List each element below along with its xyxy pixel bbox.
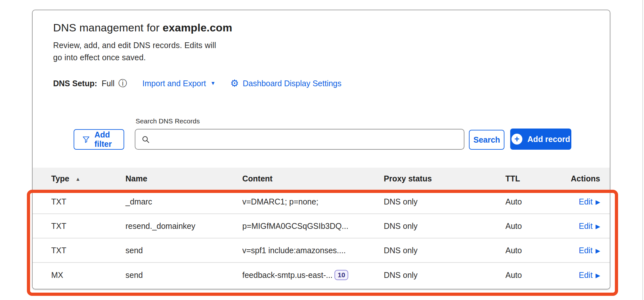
add-record-button[interactable]: + Add record	[510, 129, 571, 150]
cell-actions: Edit ▶	[566, 271, 600, 280]
cell-proxy-status: DNS only	[384, 221, 505, 231]
edit-link-label: Edit	[579, 246, 592, 255]
column-header-name: Name	[125, 174, 242, 183]
cell-content: v=spf1 include:amazonses....	[242, 246, 384, 255]
column-header-type[interactable]: Type ▲	[51, 174, 125, 183]
search-box[interactable]	[135, 129, 464, 150]
cell-actions: Edit ▶	[566, 221, 600, 231]
dns-setup-label: DNS Setup:	[53, 79, 97, 88]
cell-name: send	[125, 271, 242, 280]
filter-funnel-icon	[82, 135, 90, 144]
table-row: MX send feedback-smtp.us-east-... 10 DNS…	[33, 263, 610, 287]
table-row: TXT _dmarc v=DMARC1; p=none; DNS only Au…	[33, 190, 610, 214]
page-title-domain: example.com	[163, 21, 232, 34]
cell-content: v=DMARC1; p=none;	[242, 197, 384, 206]
edit-link[interactable]: Edit ▶	[579, 271, 600, 280]
add-filter-button[interactable]: Add filter	[74, 129, 124, 150]
search-button[interactable]: Search	[469, 130, 504, 150]
cell-name: _dmarc	[125, 197, 242, 206]
cell-content-text: v=spf1 include:amazonses....	[242, 246, 346, 255]
search-button-label: Search	[473, 135, 500, 145]
edit-link[interactable]: Edit ▶	[579, 246, 600, 255]
cell-content: feedback-smtp.us-east-... 10	[242, 270, 384, 280]
cell-ttl: Auto	[505, 246, 566, 255]
cell-actions: Edit ▶	[566, 197, 600, 206]
dns-management-card: DNS management for example.com Review, a…	[32, 10, 610, 289]
page-title: DNS management for example.com	[53, 21, 591, 34]
cell-name: resend._domainkey	[125, 221, 242, 231]
page-title-prefix: DNS management for	[53, 21, 163, 34]
subtitle-line-1: Review, add, and edit DNS records. Edits…	[53, 39, 591, 51]
cell-type: TXT	[51, 246, 125, 255]
add-filter-label: Add filter	[94, 130, 116, 149]
column-header-ttl: TTL	[505, 174, 566, 183]
edit-link-label: Edit	[579, 221, 592, 231]
cell-type: MX	[51, 271, 125, 280]
cell-content-text: v=DMARC1; p=none;	[242, 197, 318, 206]
cell-proxy-status: DNS only	[384, 246, 505, 255]
cell-type: TXT	[51, 221, 125, 231]
priority-badge: 10	[334, 270, 348, 280]
search-icon	[141, 135, 150, 144]
cell-content-text: p=MIGfMA0GCSqGSIb3DQ...	[242, 221, 348, 231]
cell-content: p=MIGfMA0GCSqGSIb3DQ...	[242, 221, 384, 231]
dns-toolbar: Add filter Search DNS Records Search + A…	[53, 117, 591, 150]
sort-ascending-icon: ▲	[75, 176, 80, 182]
cell-actions: Edit ▶	[566, 246, 600, 255]
cell-ttl: Auto	[505, 221, 566, 231]
table-row: TXT resend._domainkey p=MIGfMA0GCSqGSIb3…	[33, 214, 610, 238]
add-record-label: Add record	[527, 135, 570, 144]
chevron-down-icon: ▼	[211, 80, 216, 86]
edit-link-label: Edit	[579, 197, 592, 206]
cell-type: TXT	[51, 197, 125, 206]
table-body: TXT _dmarc v=DMARC1; p=none; DNS only Au…	[33, 190, 610, 287]
table-header: Type ▲ Name Content Proxy status TTL Act…	[33, 168, 610, 190]
table-row: TXT send v=spf1 include:amazonses.... DN…	[33, 238, 610, 263]
edit-arrow-icon: ▶	[595, 198, 600, 206]
cell-ttl: Auto	[505, 197, 566, 206]
import-export-label: Import and Export	[142, 79, 206, 88]
gear-icon[interactable]: ⚙	[230, 79, 239, 88]
plus-icon: +	[511, 134, 522, 145]
dashboard-display-settings-label: Dashboard Display Settings	[243, 79, 342, 88]
dns-setup-row: DNS Setup: Full ⓘ Import and Export ▼ ⚙ …	[53, 78, 591, 88]
column-header-content: Content	[242, 174, 384, 183]
page-edge-divider	[642, 0, 643, 300]
column-header-type-label: Type	[51, 174, 69, 183]
column-header-proxy-status: Proxy status	[384, 174, 505, 183]
info-icon[interactable]: ⓘ	[118, 79, 127, 88]
cell-name: send	[125, 246, 242, 255]
page-subtitle: Review, add, and edit DNS records. Edits…	[53, 39, 591, 63]
search-label: Search DNS Records	[135, 117, 464, 125]
edit-link-label: Edit	[579, 271, 592, 280]
dashboard-display-settings-link[interactable]: Dashboard Display Settings	[243, 79, 342, 88]
search-section: Search DNS Records	[135, 117, 464, 150]
cell-proxy-status: DNS only	[384, 271, 505, 280]
subtitle-line-2: go into effect once saved.	[53, 51, 591, 63]
edit-link[interactable]: Edit ▶	[579, 197, 600, 206]
edit-arrow-icon: ▶	[595, 247, 600, 254]
edit-link[interactable]: Edit ▶	[579, 221, 600, 231]
search-input[interactable]	[154, 135, 458, 144]
cell-proxy-status: DNS only	[384, 197, 505, 206]
edit-arrow-icon: ▶	[595, 223, 600, 230]
edit-arrow-icon: ▶	[595, 272, 600, 279]
cell-content-text: feedback-smtp.us-east-...	[242, 271, 333, 280]
cell-ttl: Auto	[505, 271, 566, 280]
import-export-link[interactable]: Import and Export ▼	[142, 79, 216, 88]
dns-setup-value: Full	[102, 79, 115, 88]
column-header-actions: Actions	[566, 174, 600, 183]
